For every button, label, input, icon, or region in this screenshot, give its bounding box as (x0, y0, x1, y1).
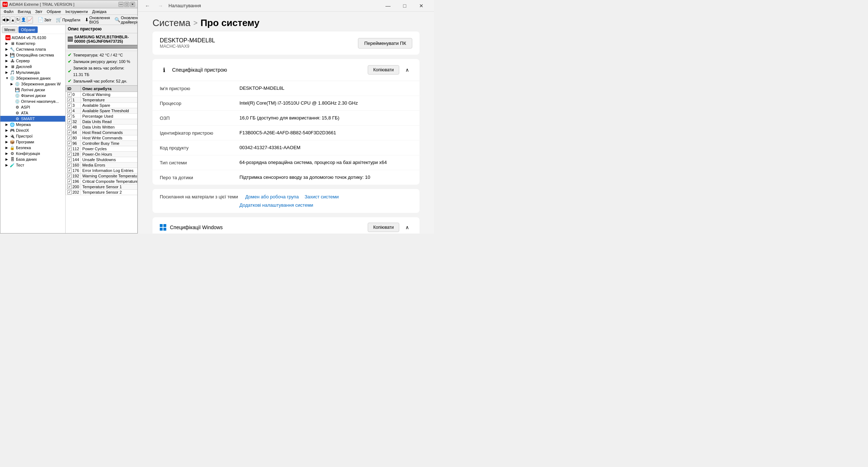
aida-icon: 64 (3, 2, 8, 7)
settings-minimize-button[interactable]: — (380, 0, 396, 12)
settings-close-button[interactable]: ✕ (413, 0, 430, 12)
sidebar-item-logical[interactable]: 💾 Логічні диски (0, 87, 65, 93)
status-rows: ✔ Температура: 42 °C / 42 °C ✔ Залишок р… (66, 51, 137, 85)
checkbox-3[interactable]: ✓ (67, 103, 72, 108)
checkbox-96[interactable]: ✓ (67, 141, 72, 146)
menu-tools[interactable]: Інструменти (63, 9, 89, 14)
table-row[interactable]: ✓ 128 Power-On Hours 1256 OK: Завжди про… (66, 152, 138, 157)
sidebar-item-os[interactable]: ▶ 💾 Операційна система (0, 52, 65, 58)
table-row[interactable]: ✓ 64 Host Read Commands 311517817 OK: За… (66, 130, 138, 135)
settings-forward-button[interactable]: → (155, 1, 166, 11)
table-row[interactable]: ✓ 0 Critical Warning 0 OK: Значення норм… (66, 92, 138, 97)
nav-refresh-button[interactable]: ↻ (16, 16, 20, 24)
bios-update-button[interactable]: ⬇ Оновлення BIOS (83, 16, 112, 24)
sidebar-item-display[interactable]: ▶ 🖥 Дисплей (0, 64, 65, 70)
table-row[interactable]: ✓ 144 Unsafe Shutdowns 83 OK: Завжди про… (66, 157, 138, 163)
checkbox-5[interactable]: ✓ (67, 114, 72, 118)
checkbox-64[interactable]: ✓ (67, 130, 72, 135)
sidebar-item-aspi[interactable]: ⚙ ASPI (0, 104, 65, 110)
sidebar-item-ata[interactable]: ⚙ ATA (0, 110, 65, 116)
nav-chart-button[interactable]: 📈 (27, 16, 33, 24)
sidebar-item-optical[interactable]: 💿 Оптичні накопичув... (0, 98, 65, 104)
checkbox-4[interactable]: ✓ (67, 109, 72, 113)
table-row[interactable]: ✓ 5 Percentage Used 0 % OK: Значення нор… (66, 114, 138, 119)
sidebar-item-storage[interactable]: ▼ 💿 Збереження даних (0, 75, 65, 81)
sidebar-item-computer[interactable]: ▶ 🖥 Комп'ютер (0, 41, 65, 46)
table-row[interactable]: ✓ 96 Controller Busy Time 946 хв OK: Зав… (66, 141, 138, 146)
table-row[interactable]: ✓ 200 Temperature Sensor 1 42 °С OK: Зав… (66, 184, 138, 190)
table-row[interactable]: ✓ 48 Data Units Written 11.31 ТБ OK: Зав… (66, 125, 138, 130)
table-row[interactable]: ✓ 196 Critical Composite Temperature... … (66, 179, 138, 184)
table-row[interactable]: ✓ 80 Host Write Commands 321945093 OK: З… (66, 135, 138, 141)
table-row[interactable]: ✓ 32 Data Units Read 18.17 ТБ OK: Завжди… (66, 119, 138, 125)
sidebar-item-test[interactable]: ▶ 🧪 Тест (0, 162, 65, 168)
checkbox-128[interactable]: ✓ (67, 152, 72, 156)
sidebar-item-config[interactable]: ▶ ⚙ Конфігурація (0, 151, 65, 156)
device-name: SAMSUNG MZVLB1T0HBLR-00000 (S4GJNF0N4737… (74, 35, 135, 43)
table-row[interactable]: ✓ 160 Media Errors 0 OK: Значення норма (66, 163, 138, 168)
settings-maximize-button[interactable]: □ (396, 0, 413, 12)
checkbox-202[interactable]: ✓ (67, 190, 72, 194)
windows-specs-collapse-button[interactable]: ∧ (402, 222, 412, 232)
sidebar-item-server[interactable]: ▶ 🖧 Сервер (0, 58, 65, 64)
menu-file[interactable]: Файл (2, 9, 15, 14)
checkbox-32[interactable]: ✓ (67, 119, 72, 124)
minimize-button[interactable]: — (118, 2, 124, 7)
sidebar-item-database[interactable]: ▶ 🗄 База даних (0, 156, 65, 162)
obrane-btn[interactable]: Обране (18, 26, 38, 33)
checkbox-144[interactable]: ✓ (67, 157, 72, 162)
table-row[interactable]: ✓ 202 Temperature Sensor 2 42 °С OK: Зав… (66, 190, 138, 195)
checkbox-196[interactable]: ✓ (67, 179, 72, 184)
checkbox-1[interactable]: ✓ (67, 98, 72, 102)
menu-report[interactable]: Звіт (33, 9, 44, 14)
nav-forward-button[interactable]: ▶ (6, 16, 10, 24)
checkbox-176[interactable]: ✓ (67, 168, 72, 173)
menu-btn[interactable]: Меню (2, 26, 18, 33)
table-row[interactable]: ✓ 4 Available Spare Threshold 10 % OK: З… (66, 108, 138, 114)
checkbox-112[interactable]: ✓ (67, 147, 72, 151)
device-specs-copy-button[interactable]: Копіювати (368, 65, 399, 75)
nav-user-button[interactable]: 👤 (21, 16, 26, 24)
table-row[interactable]: ✓ 192 Warning Composite Temperatur... 0 … (66, 173, 138, 179)
close-button[interactable]: ✕ (130, 2, 135, 7)
menu-help[interactable]: Довідка (90, 9, 108, 14)
settings-back-button[interactable]: ← (142, 1, 153, 11)
info-icon: ℹ (160, 66, 168, 74)
checkbox-0[interactable]: ✓ (67, 92, 72, 97)
rename-pc-button[interactable]: Перейменувати ПК (358, 38, 412, 49)
menu-view[interactable]: Вигляд (16, 9, 33, 14)
checkbox-192[interactable]: ✓ (67, 174, 72, 178)
sidebar-item-physical[interactable]: 💿 Фізичні диски (0, 93, 65, 98)
nav-up-button[interactable]: ▲ (11, 16, 15, 24)
sidebar-item-smart[interactable]: ⚙ SMART (0, 116, 65, 122)
table-row[interactable]: ✓ 3 Available Spare 100 % OK: Завжди про… (66, 103, 138, 108)
sidebar-item-storage-w[interactable]: ▶ 💿 Збереження даних W (0, 81, 65, 87)
sidebar-item-devices[interactable]: ▶ 🔌 Пристрої (0, 133, 65, 139)
add-button[interactable]: 🛒 Придбати (54, 16, 82, 24)
maximize-button[interactable]: □ (124, 2, 129, 7)
nav-back-button[interactable]: ◀ (2, 16, 5, 24)
system-protection-link[interactable]: Захист системи (305, 194, 339, 199)
breadcrumb-system[interactable]: Система (153, 17, 191, 29)
sidebar-item-security[interactable]: ▶ 🔒 Безпека (0, 145, 65, 151)
ata-icon: ⚙ (15, 110, 20, 115)
additional-settings-link[interactable]: Додаткові налаштування системи (239, 202, 313, 208)
table-row[interactable]: ✓ 1 Temperature 42 °С OK: Завжди пройде (66, 97, 138, 103)
table-row[interactable]: ✓ 176 Error Information Log Entries 3785… (66, 168, 138, 173)
checkbox-80[interactable]: ✓ (67, 136, 72, 140)
sidebar-item-multimedia[interactable]: ▶ 🎵 Мультимедіа (0, 70, 65, 75)
device-specs-collapse-button[interactable]: ∧ (402, 65, 412, 75)
sidebar-item-motherboard[interactable]: ▶ 🔧 Системна плата (0, 46, 65, 52)
checkbox-160[interactable]: ✓ (67, 163, 72, 167)
settings-titlebar-left: ← → Налаштування (142, 1, 201, 11)
sidebar-item-directx[interactable]: ▶ 🎮 DirectX (0, 127, 65, 133)
checkbox-200[interactable]: ✓ (67, 185, 72, 189)
windows-specs-copy-button[interactable]: Копіювати (368, 223, 399, 232)
report-button[interactable]: 📄 Звіт (36, 16, 53, 24)
menu-favorites[interactable]: Обране (45, 9, 63, 14)
checkbox-48[interactable]: ✓ (67, 125, 72, 129)
table-row[interactable]: ✓ 112 Power Cycles 2687 OK: Завжди пройд… (66, 146, 138, 152)
domain-link[interactable]: Домен або робоча група (245, 194, 299, 199)
sidebar-item-network[interactable]: ▶ 🌐 Мережа (0, 122, 65, 127)
sidebar-item-programs[interactable]: ▶ 📦 Програми (0, 139, 65, 145)
